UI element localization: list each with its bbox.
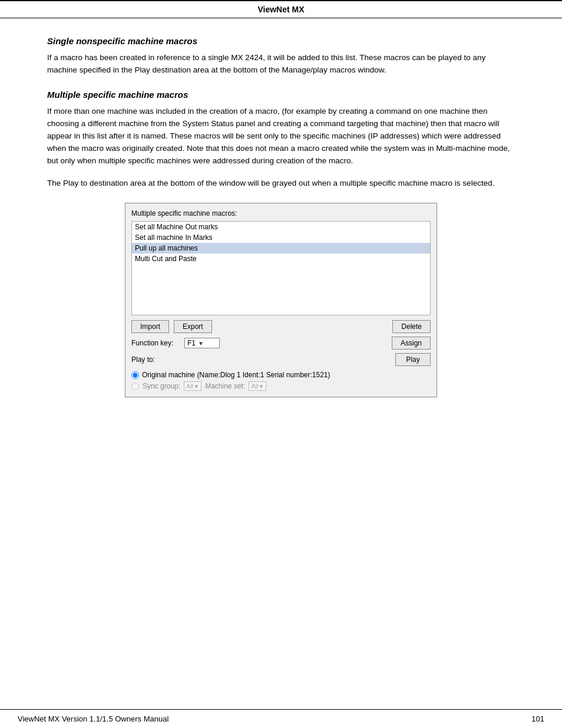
footer-left: ViewNet MX Version 1.1/1.5 Owners Manual: [18, 714, 168, 723]
original-machine-radio[interactable]: [131, 371, 139, 379]
list-item[interactable]: Multi Cut and Paste: [132, 253, 430, 264]
machine-set-value: All: [251, 383, 258, 390]
section-multiple-text1: If more than one machine was included in…: [47, 106, 515, 167]
delete-button[interactable]: Delete: [392, 320, 431, 333]
section-multiple-text2: The Play to destination area at the bott…: [47, 177, 515, 190]
list-item-selected[interactable]: Pull up all machines: [132, 243, 430, 253]
play-button[interactable]: Play: [395, 353, 431, 366]
function-key-select[interactable]: F1 ▼: [184, 338, 220, 348]
header-title: ViewNet MX: [257, 5, 304, 14]
footer-page-number: 101: [531, 714, 544, 723]
list-item[interactable]: Set all Machine Out marks: [132, 222, 430, 232]
function-key-value: F1: [187, 339, 196, 347]
dropdown-arrow-icon: ▼: [198, 340, 204, 347]
section-multiple-heading: Multiple specific machine macros: [47, 90, 515, 100]
page: ViewNet MX Single nonspecific machine ma…: [0, 0, 562, 728]
macro-list[interactable]: Set all Machine Out marks Set all machin…: [131, 221, 431, 315]
function-key-row: Function key: F1 ▼ Assign: [131, 337, 431, 350]
main-content: Single nonspecific machine macros If a m…: [0, 18, 562, 709]
dialog-title: Multiple specific machine macros:: [131, 209, 431, 218]
machine-set-arrow-icon: ▼: [258, 383, 264, 390]
sync-group-value: All: [186, 383, 193, 390]
play-to-row: Play to: Play: [131, 353, 431, 366]
machine-set-select[interactable]: All ▼: [249, 381, 266, 391]
sync-group-arrow-icon: ▼: [193, 383, 199, 390]
function-key-label: Function key:: [131, 339, 184, 347]
section-single-heading: Single nonspecific machine macros: [47, 36, 515, 46]
sync-group-select[interactable]: All ▼: [184, 381, 201, 391]
assign-button[interactable]: Assign: [392, 337, 431, 350]
sync-group-radio[interactable]: [131, 383, 139, 390]
original-machine-label: Original machine (Name:Dlog 1 Ident:1 Se…: [142, 371, 330, 379]
play-to-label: Play to:: [131, 355, 155, 364]
sync-group-label: Sync group:: [143, 382, 180, 390]
sync-group-row: Sync group: All ▼ Machine set: All ▼: [131, 381, 431, 391]
machine-set-label: Machine set:: [205, 382, 245, 390]
page-footer: ViewNet MX Version 1.1/1.5 Owners Manual…: [0, 709, 562, 728]
list-item[interactable]: Set all machine In Marks: [132, 232, 430, 243]
section-multiple: Multiple specific machine macros If more…: [47, 90, 515, 190]
section-single: Single nonspecific machine macros If a m…: [47, 36, 515, 77]
original-machine-row: Original machine (Name:Dlog 1 Ident:1 Se…: [131, 371, 431, 379]
import-export-row: Import Export Delete: [131, 320, 431, 333]
section-single-text: If a macro has been created in reference…: [47, 52, 515, 77]
import-button[interactable]: Import: [131, 320, 169, 333]
page-header: ViewNet MX: [0, 0, 562, 18]
macros-dialog: Multiple specific machine macros: Set al…: [125, 203, 437, 397]
export-button[interactable]: Export: [174, 320, 212, 333]
